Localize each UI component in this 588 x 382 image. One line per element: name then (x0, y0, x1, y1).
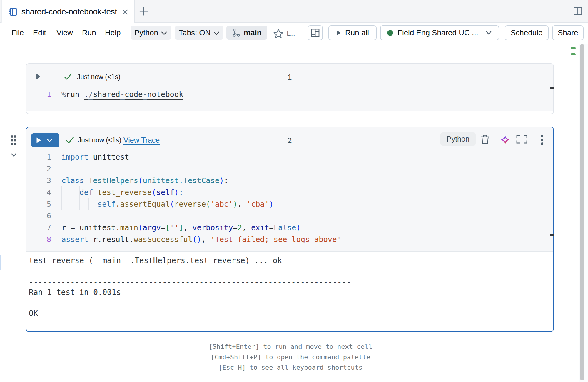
cell2-collapse-chevron-icon[interactable] (11, 153, 16, 157)
chevron-down-icon (46, 138, 53, 142)
cell2-overview-cursor-mark (550, 234, 554, 236)
cluster-label: Field Eng Shared UC ... (397, 28, 478, 37)
line-number: 2 (26, 163, 51, 175)
cell2-drag-handle[interactable] (11, 135, 16, 145)
cluster-status-dot (387, 30, 393, 36)
keyboard-hints: [Shift+Enter] to run and move to next ce… (0, 341, 581, 373)
code-line-1[interactable]: 1import unittest (26, 151, 341, 163)
code-token: - (120, 90, 125, 99)
code-token: run (66, 90, 79, 99)
fullscreen-icon[interactable] (516, 135, 527, 144)
code-token: shared (93, 90, 120, 99)
code-token: ( (152, 188, 156, 197)
tabs-toggle[interactable]: Tabs: ON (175, 26, 223, 40)
share-button[interactable]: Share (552, 25, 584, 40)
line-number: 3 (26, 175, 51, 186)
code-token: self (98, 200, 116, 208)
schedule-button[interactable]: Schedule (505, 25, 549, 40)
plus-icon (139, 6, 148, 16)
menu-edit[interactable]: Edit (33, 28, 46, 37)
code-text: self.assertEqual(reverse('abc'), 'cba') (51, 198, 274, 210)
menu-run[interactable]: Run (82, 28, 96, 37)
tab-close-icon[interactable] (121, 8, 129, 16)
cluster-selector[interactable]: Field Eng Shared UC ... (380, 25, 499, 40)
code-line-5[interactable]: 5 self.assertEqual(reverse('abc'), 'cba'… (26, 198, 341, 210)
line-number: 6 (26, 210, 51, 222)
menu-view[interactable]: View (56, 28, 73, 37)
last-edit-link[interactable]: L.. (287, 29, 301, 38)
code-line-1[interactable]: 1%run ./shared-code-notebook (26, 88, 183, 100)
cell2-last-run-status: Just now (<1s) (78, 136, 121, 144)
code-token: 'cba' (247, 200, 269, 208)
cell1-editor-background (26, 64, 553, 111)
code-token: / (88, 90, 93, 99)
page-scrollbar (579, 44, 588, 382)
kebab-menu-icon[interactable] (540, 134, 544, 145)
code-token: ) (269, 200, 273, 208)
code-token: ( (206, 200, 210, 208)
code-token: unittest.TestCase (143, 176, 219, 185)
code-token: main (120, 223, 138, 232)
code-line-4[interactable]: 4 def test_reverse(self): (26, 186, 341, 198)
indent-guide (71, 198, 71, 210)
chevron-down-icon (213, 31, 220, 35)
last-edit-label: L.. (287, 29, 295, 38)
assistant-sparkle-icon[interactable] (500, 135, 510, 145)
panel-left-border (1, 0, 1, 382)
notebook-cell-2[interactable]: Just now (<1s) View Trace 2 Python (26, 127, 554, 332)
menu-file[interactable]: File (11, 28, 24, 37)
code-token: wasSuccessful (134, 235, 193, 244)
cell2-run-button[interactable] (31, 133, 59, 147)
cell2-code-editor[interactable]: 1import unittest23class TestHelpers(unit… (26, 151, 341, 245)
play-icon (36, 137, 41, 144)
cell2-overview-ruler (550, 151, 550, 246)
menu-help[interactable]: Help (105, 28, 121, 37)
code-token: ( (170, 200, 174, 208)
code-line-8[interactable]: 8assert r.result.wasSuccessful(), 'Test … (26, 233, 341, 245)
code-token: 'abc' (211, 200, 233, 208)
notebook-tab[interactable]: shared-code-notebook-test (1, 0, 135, 23)
line-number: 4 (26, 186, 51, 198)
play-icon (336, 30, 341, 36)
layout-picker-button[interactable] (308, 25, 323, 40)
git-branch-button[interactable]: main (226, 26, 267, 40)
notebook-cell-1[interactable]: Just now (<1s) 1 1%run ./shared-code-not… (26, 63, 554, 114)
run-all-button[interactable]: Run all (328, 25, 377, 40)
indent-guide (88, 198, 89, 210)
cell1-overview-ruler (550, 89, 550, 110)
tab-bar: shared-code-notebook-test (0, 0, 588, 23)
notebook-canvas: Just now (<1s) 1 1%run ./shared-code-not… (0, 44, 588, 382)
code-token: = (161, 223, 165, 232)
scroll-mark-cell2-success (571, 53, 576, 55)
favorite-star-icon[interactable] (273, 29, 284, 39)
language-dropdown[interactable]: Python (131, 26, 171, 40)
split-view-icon[interactable] (574, 7, 582, 15)
new-tab-button[interactable] (139, 6, 149, 16)
code-token: () (192, 235, 201, 244)
code-token (84, 176, 88, 185)
cell1-success-check-icon (64, 73, 72, 80)
code-text: class TestHelpers(unittest.TestCase): (51, 175, 228, 186)
cell2-language-badge[interactable]: Python (440, 132, 476, 146)
scrollbar-thumb[interactable] (580, 44, 584, 380)
schedule-label: Schedule (511, 28, 542, 37)
code-token (79, 90, 84, 99)
code-token: import (61, 152, 88, 161)
code-token: test_reverse (98, 188, 152, 197)
code-line-7[interactable]: 7r = unittest.main(argv=[''], verbosity=… (26, 222, 341, 233)
line-number: 1 (26, 88, 51, 100)
code-token: = (269, 223, 273, 232)
trash-icon[interactable] (480, 134, 490, 145)
layout-grid-icon (311, 29, 320, 37)
code-line-2[interactable]: 2 (26, 163, 341, 175)
code-token: ) (174, 188, 179, 197)
code-token: reverse (174, 200, 206, 208)
code-line-3[interactable]: 3class TestHelpers(unittest.TestCase): (26, 175, 341, 186)
view-trace-link[interactable]: View Trace (123, 136, 160, 145)
code-text: def test_reverse(self): (51, 186, 183, 198)
cell1-code-editor[interactable]: 1%run ./shared-code-notebook (26, 88, 183, 100)
code-token: , (238, 200, 247, 208)
code-token: TestHelpers (88, 176, 138, 185)
cell1-run-icon[interactable] (36, 73, 41, 80)
code-line-6[interactable]: 6 (26, 210, 341, 222)
